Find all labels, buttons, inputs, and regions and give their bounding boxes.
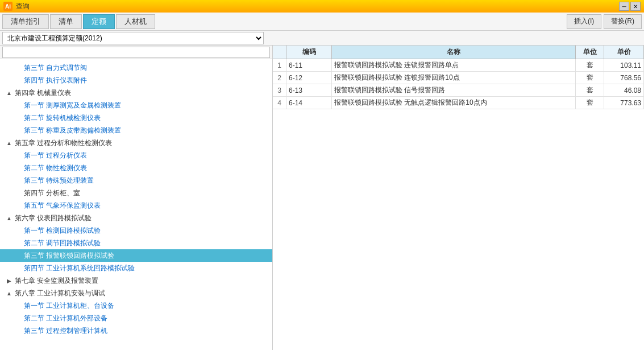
toolbar-actions: 插入(I) 替换(R) <box>567 14 642 29</box>
tree-item-label: 第八章 工业计算机安装与调试 <box>15 289 105 298</box>
main-content: 第三节 自力式调节阀第四节 执行仪表附件▲第四章 机械量仪表第一节 测厚测宽及金… <box>0 46 644 350</box>
tree-item-label: 第一节 检测回路模拟试验 <box>24 226 101 236</box>
tree-item[interactable]: 第二节 旋转机械检测仪表 <box>0 112 272 124</box>
tree-item[interactable]: 第四节 工业计算机系统回路模拟试验 <box>0 262 272 274</box>
close-button[interactable]: ✕ <box>630 2 641 11</box>
cell-code: 6-12 <box>286 72 332 84</box>
right-panel: 编码 名称 单位 单价 1 6-11 报警联锁回路模拟试验 连锁报警回路单点 套… <box>273 46 644 350</box>
tree-item[interactable]: 第三节 报警联锁回路模拟试验 <box>0 249 272 262</box>
tree-item[interactable]: ▲第六章 仪表回路模拟试验 <box>0 212 272 224</box>
tree-item[interactable]: 第一节 测厚测宽及金属检测装置 <box>0 99 272 112</box>
col-header-unit: 单位 <box>576 46 604 59</box>
tab-rencaiji[interactable]: 人材机 <box>116 14 155 29</box>
cell-code: 6-13 <box>286 84 332 96</box>
search-input[interactable] <box>2 47 270 58</box>
tree-item-label: 第二节 物性检测仪表 <box>24 163 87 173</box>
left-panel: 第三节 自力式调节阀第四节 执行仪表附件▲第四章 机械量仪表第一节 测厚测宽及金… <box>0 46 273 350</box>
title-bar-controls: ─ ✕ <box>619 2 641 11</box>
table-row[interactable]: 4 6-14 报警联锁回路模拟试验 无触点逻辑报警回路10点内 套 773.63 <box>273 97 644 109</box>
expand-icon: ▲ <box>5 90 14 96</box>
toolbar: 清单指引 清单 定额 人材机 插入(I) 替换(R) <box>0 13 644 31</box>
tree-item-label: 第三节 称重及皮带跑偏检测装置 <box>24 126 121 135</box>
col-header-num <box>273 46 286 59</box>
cell-code: 6-11 <box>286 59 332 71</box>
tree-item[interactable]: 第二节 调节回路模拟试验 <box>0 237 272 249</box>
table-row[interactable]: 1 6-11 报警联锁回路模拟试验 连锁报警回路单点 套 103.11 <box>273 59 644 72</box>
cell-num: 1 <box>273 59 286 71</box>
tree-item[interactable]: 第四节 分析柜、室 <box>0 187 272 199</box>
dropdown-row: 北京市建设工程预算定额(2012) <box>0 31 644 46</box>
tree-item[interactable]: 第三节 过程控制管理计算机 <box>0 324 272 337</box>
tree-item-label: 第一节 测厚测宽及金属检测装置 <box>24 101 121 110</box>
table-row[interactable]: 2 6-12 报警联锁回路模拟试验 连锁报警回路10点 套 768.56 <box>273 72 644 84</box>
cell-num: 4 <box>273 97 286 109</box>
replace-button[interactable]: 替换(R) <box>604 14 642 29</box>
insert-button[interactable]: 插入(I) <box>567 14 601 29</box>
cell-price: 46.08 <box>604 84 644 96</box>
table-header: 编码 名称 单位 单价 <box>273 46 644 59</box>
tree-item[interactable]: 第一节 检测回路模拟试验 <box>0 224 272 237</box>
tree-item-label: 第三节 过程控制管理计算机 <box>24 326 107 336</box>
col-header-code: 编码 <box>286 46 332 59</box>
tree-item[interactable]: 第一节 过程分析仪表 <box>0 149 272 162</box>
tree-item-label: 第四节 工业计算机系统回路模拟试验 <box>24 263 135 273</box>
cell-name: 报警联锁回路模拟试验 信号报警回路 <box>332 84 576 96</box>
table-row[interactable]: 3 6-13 报警联锁回路模拟试验 信号报警回路 套 46.08 <box>273 84 644 97</box>
minimize-button[interactable]: ─ <box>619 2 629 11</box>
col-header-name: 名称 <box>332 46 576 59</box>
cell-price: 103.11 <box>604 59 644 71</box>
tab-qingdan-zhiyin[interactable]: 清单指引 <box>2 14 49 29</box>
tree-item[interactable]: 第三节 称重及皮带跑偏检测装置 <box>0 124 272 137</box>
tree-item[interactable]: ▲第八章 工业计算机安装与调试 <box>0 287 272 299</box>
cell-unit: 套 <box>576 59 604 71</box>
tree-item-label: 第五章 过程分析和物性检测仪表 <box>15 138 112 148</box>
tree-item-label: 第二节 旋转机械检测仪表 <box>24 113 101 123</box>
tree-item[interactable]: 第四节 执行仪表附件 <box>0 74 272 87</box>
tree-item[interactable]: ▲第四章 机械量仪表 <box>0 87 272 99</box>
tree-item[interactable]: 第三节 特殊预处理装置 <box>0 174 272 187</box>
expand-icon: ▲ <box>5 290 14 297</box>
tree-item-label: 第六章 仪表回路模拟试验 <box>15 213 92 223</box>
expand-icon: ▲ <box>5 215 14 221</box>
tree-item[interactable]: ▶第七章 安全监测及报警装置 <box>0 274 272 287</box>
cell-name: 报警联锁回路模拟试验 连锁报警回路单点 <box>332 59 576 71</box>
tree-item-label: 第二节 工业计算机外部设备 <box>24 314 107 323</box>
table-body: 1 6-11 报警联锁回路模拟试验 连锁报警回路单点 套 103.11 2 6-… <box>273 59 644 350</box>
cell-unit: 套 <box>576 72 604 84</box>
tree-item-label: 第一节 工业计算机柜、台设备 <box>24 301 114 311</box>
tree-item-label: 第四节 分析柜、室 <box>24 188 80 198</box>
title-text: 查询 <box>16 2 30 11</box>
tree-item-label: 第二节 调节回路模拟试验 <box>24 238 101 248</box>
tree-item-label: 第一节 过程分析仪表 <box>24 151 87 160</box>
tree-item[interactable]: ▲第五章 过程分析和物性检测仪表 <box>0 137 272 149</box>
tab-qingdan[interactable]: 清单 <box>50 14 82 29</box>
tree-item-label: 第七章 安全监测及报警装置 <box>15 276 98 286</box>
search-row <box>0 46 272 59</box>
tree-item-label: 第三节 自力式调节阀 <box>24 63 87 73</box>
title-bar-left: Ai 查询 <box>3 2 30 11</box>
cell-name: 报警联锁回路模拟试验 无触点逻辑报警回路10点内 <box>332 97 576 109</box>
tree-item[interactable]: 第五节 气象环保监测仪表 <box>0 199 272 212</box>
cell-num: 2 <box>273 72 286 84</box>
quota-dropdown[interactable]: 北京市建设工程预算定额(2012) <box>2 32 264 44</box>
cell-num: 3 <box>273 84 286 96</box>
tab-dinge[interactable]: 定额 <box>83 14 115 29</box>
cell-unit: 套 <box>576 84 604 96</box>
tree-item[interactable]: 第二节 工业计算机外部设备 <box>0 312 272 324</box>
app-icon: Ai <box>3 2 13 11</box>
cell-price: 768.56 <box>604 72 644 84</box>
tree-item-label: 第五节 气象环保监测仪表 <box>24 201 101 211</box>
tree-item-label: 第四章 机械量仪表 <box>15 88 71 98</box>
tree-container: 第三节 自力式调节阀第四节 执行仪表附件▲第四章 机械量仪表第一节 测厚测宽及金… <box>0 59 272 350</box>
tree-item[interactable]: 第二节 物性检测仪表 <box>0 162 272 174</box>
tree-item[interactable]: 第三节 自力式调节阀 <box>0 61 272 74</box>
tree-item[interactable]: 第一节 工业计算机柜、台设备 <box>0 299 272 312</box>
col-header-price: 单价 <box>604 46 644 59</box>
cell-unit: 套 <box>576 97 604 109</box>
expand-icon: ▶ <box>5 278 14 284</box>
cell-price: 773.63 <box>604 97 644 109</box>
cell-code: 6-14 <box>286 97 332 109</box>
expand-icon: ▲ <box>5 140 14 146</box>
tree-item-label: 第三节 特殊预处理装置 <box>24 176 94 186</box>
tree-item-label: 第三节 报警联锁回路模拟试验 <box>24 251 114 261</box>
